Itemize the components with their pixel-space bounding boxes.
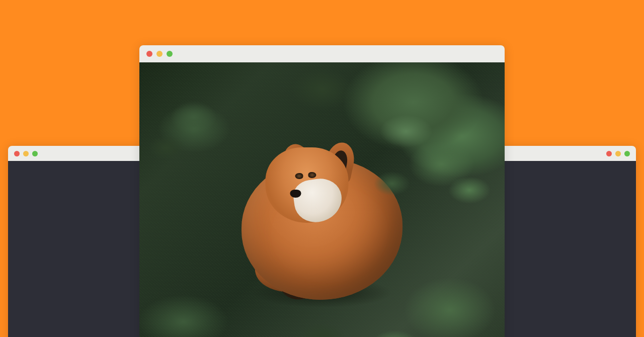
close-icon[interactable]	[14, 151, 20, 156]
window-body-center	[139, 62, 505, 337]
titlebar-center	[139, 45, 505, 62]
fox-nose	[290, 190, 301, 198]
browser-window-center	[139, 45, 505, 337]
minimize-icon[interactable]	[156, 51, 163, 57]
fox-eye-right	[308, 172, 316, 178]
minimize-icon[interactable]	[615, 151, 621, 156]
maximize-icon[interactable]	[624, 151, 630, 156]
close-icon[interactable]	[606, 151, 612, 156]
pine-branch-left	[139, 77, 230, 178]
maximize-icon[interactable]	[32, 151, 38, 156]
minimize-icon[interactable]	[23, 151, 29, 156]
fox-head	[265, 147, 348, 223]
close-icon[interactable]	[146, 51, 152, 57]
maximize-icon[interactable]	[167, 51, 173, 57]
fox-photograph	[139, 62, 505, 337]
pine-branch-right	[364, 92, 505, 223]
fox-eye-left	[295, 173, 303, 179]
